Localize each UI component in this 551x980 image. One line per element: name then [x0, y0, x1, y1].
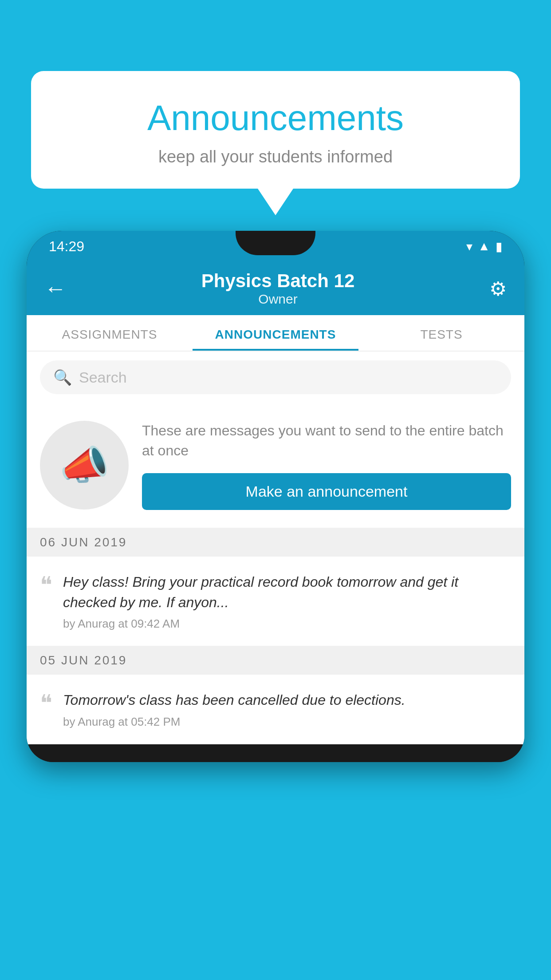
promo-right: These are messages you want to send to t…	[142, 421, 511, 510]
bubble-subtitle: keep all your students informed	[58, 147, 493, 166]
back-button[interactable]: ←	[44, 276, 67, 301]
signal-icon: ▲	[478, 239, 490, 253]
announcement-item-2[interactable]: ❝ Tomorrow's class has been cancelled du…	[27, 675, 524, 744]
app-header: ← Physics Batch 12 Owner ⚙	[27, 262, 524, 315]
date-separator-1: 06 JUN 2019	[27, 528, 524, 557]
date-separator-2: 05 JUN 2019	[27, 646, 524, 675]
tab-assignments[interactable]: ASSIGNMENTS	[27, 315, 193, 351]
phone-screen: 🔍 Search 📣 These are messages you want t…	[27, 352, 524, 744]
announcement-text-2: Tomorrow's class has been cancelled due …	[63, 690, 511, 710]
header-subtitle: Owner	[201, 292, 355, 307]
header-center: Physics Batch 12 Owner	[201, 270, 355, 307]
date-label-1: 06 JUN 2019	[40, 535, 127, 549]
wifi-icon: ▾	[466, 239, 472, 254]
quote-icon-2: ❝	[40, 692, 52, 715]
bubble-title: Announcements	[58, 98, 493, 138]
search-container: 🔍 Search	[27, 352, 524, 403]
speech-bubble: Announcements keep all your students inf…	[31, 71, 520, 189]
search-placeholder: Search	[79, 369, 127, 386]
make-announcement-button[interactable]: Make an announcement	[142, 473, 511, 510]
megaphone-icon: 📣	[59, 442, 109, 489]
announcement-content-2: Tomorrow's class has been cancelled due …	[63, 690, 511, 728]
phone-frame: 14:29 ▾ ▲ ▮ ← Physics Batch 12 Owner ⚙ A…	[27, 231, 524, 762]
status-bar: 14:29 ▾ ▲ ▮	[27, 231, 524, 262]
status-icons: ▾ ▲ ▮	[466, 239, 502, 254]
bubble-tail	[258, 189, 293, 215]
status-time: 14:29	[49, 238, 84, 255]
speech-bubble-section: Announcements keep all your students inf…	[31, 71, 520, 215]
announcement-content-1: Hey class! Bring your practical record b…	[63, 572, 511, 631]
settings-icon[interactable]: ⚙	[489, 277, 507, 300]
tabs-container: ASSIGNMENTS ANNOUNCEMENTS TESTS	[27, 315, 524, 352]
tab-announcements[interactable]: ANNOUNCEMENTS	[193, 315, 358, 351]
announcement-item-1[interactable]: ❝ Hey class! Bring your practical record…	[27, 557, 524, 647]
phone-wrapper: 14:29 ▾ ▲ ▮ ← Physics Batch 12 Owner ⚙ A…	[27, 231, 524, 980]
search-bar[interactable]: 🔍 Search	[40, 360, 511, 394]
promo-section: 📣 These are messages you want to send to…	[27, 403, 524, 528]
notch	[236, 231, 315, 255]
megaphone-circle: 📣	[40, 421, 129, 510]
promo-description: These are messages you want to send to t…	[142, 421, 511, 461]
battery-icon: ▮	[496, 239, 502, 254]
tab-tests[interactable]: TESTS	[358, 315, 524, 351]
search-icon: 🔍	[53, 368, 72, 386]
date-label-2: 05 JUN 2019	[40, 653, 127, 667]
announcement-meta-1: by Anurag at 09:42 AM	[63, 617, 511, 631]
header-title: Physics Batch 12	[201, 270, 355, 292]
announcement-meta-2: by Anurag at 05:42 PM	[63, 715, 511, 729]
announcement-text-1: Hey class! Bring your practical record b…	[63, 572, 511, 613]
quote-icon-1: ❝	[40, 573, 52, 597]
phone-bottom	[27, 744, 524, 762]
